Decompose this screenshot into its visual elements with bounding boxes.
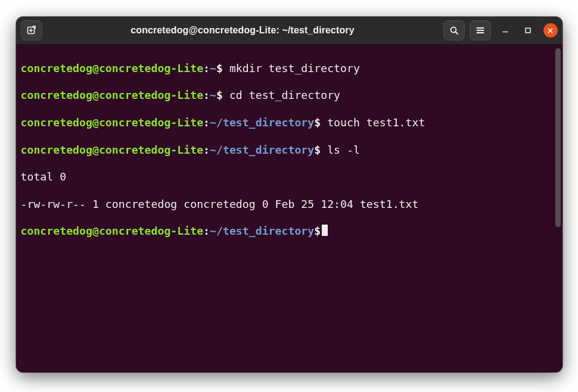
prompt-at: @ <box>92 116 99 129</box>
command-text: cd test_directory <box>229 89 340 101</box>
search-button[interactable] <box>443 20 465 41</box>
prompt-sep: : <box>203 116 210 129</box>
titlebar: concretedog@concretedog-Lite: ~/test_dir… <box>16 17 563 45</box>
prompt-host: concretedog-Lite <box>99 225 203 237</box>
command-text: ls -l <box>327 144 360 156</box>
close-icon <box>547 27 554 34</box>
prompt-path: ~/test_directory <box>210 116 314 129</box>
prompt-sep: : <box>203 144 210 156</box>
prompt-host: concretedog-Lite <box>99 89 203 101</box>
prompt-dollar: $ <box>216 62 223 74</box>
search-icon <box>449 26 459 35</box>
cursor <box>322 225 328 236</box>
new-tab-icon <box>27 26 36 35</box>
new-tab-button[interactable] <box>21 20 42 41</box>
output-line: total 0 <box>21 170 558 184</box>
prompt-user: concretedog <box>21 89 92 101</box>
prompt-sep: : <box>203 62 210 74</box>
terminal-line: concretedog@concretedog-Lite:~/test_dire… <box>21 116 558 130</box>
svg-rect-2 <box>526 28 530 33</box>
prompt-user: concretedog <box>21 62 92 74</box>
maximize-icon <box>524 27 532 34</box>
minimize-button[interactable] <box>498 23 512 38</box>
command-text: touch test1.txt <box>327 116 425 129</box>
prompt-host: concretedog-Lite <box>99 144 203 156</box>
window-title: concretedog@concretedog-Lite: ~/test_dir… <box>47 25 439 36</box>
prompt-host: concretedog-Lite <box>99 62 203 74</box>
prompt-dollar: $ <box>314 225 321 237</box>
prompt-dollar: $ <box>216 89 223 101</box>
command-text: mkdir test_directory <box>229 62 360 74</box>
terminal-line: concretedog@concretedog-Lite:~$ cd test_… <box>21 89 558 102</box>
close-button[interactable] <box>543 23 558 38</box>
terminal-line: concretedog@concretedog-Lite:~/test_dire… <box>21 225 558 238</box>
prompt-path: ~/test_directory <box>210 144 314 156</box>
prompt-host: concretedog-Lite <box>99 116 203 129</box>
scrollbar-thumb[interactable] <box>555 48 561 227</box>
minimize-icon <box>502 27 509 34</box>
prompt-sep: : <box>203 89 210 101</box>
hamburger-icon <box>476 26 485 35</box>
prompt-at: @ <box>92 62 99 74</box>
prompt-user: concretedog <box>21 116 92 129</box>
prompt-sep: : <box>203 225 210 237</box>
terminal-line: concretedog@concretedog-Lite:~/test_dire… <box>21 144 558 157</box>
prompt-path: ~/test_directory <box>210 225 314 237</box>
prompt-dollar: $ <box>314 116 321 129</box>
terminal-window: concretedog@concretedog-Lite: ~/test_dir… <box>16 17 563 372</box>
prompt-at: @ <box>92 144 99 156</box>
terminal-line: concretedog@concretedog-Lite:~$ mkdir te… <box>21 62 558 76</box>
prompt-path: ~ <box>210 62 216 74</box>
prompt-user: concretedog <box>21 144 92 156</box>
output-line: -rw-rw-r-- 1 concretedog concretedog 0 F… <box>21 198 558 211</box>
menu-button[interactable] <box>470 20 491 41</box>
prompt-dollar: $ <box>314 144 321 156</box>
prompt-user: concretedog <box>21 225 92 237</box>
prompt-at: @ <box>92 89 99 101</box>
prompt-path: ~ <box>210 89 216 101</box>
prompt-at: @ <box>92 225 99 237</box>
window-controls <box>498 23 558 38</box>
maximize-button[interactable] <box>521 23 535 38</box>
terminal-output-area[interactable]: concretedog@concretedog-Lite:~$ mkdir te… <box>16 45 563 372</box>
